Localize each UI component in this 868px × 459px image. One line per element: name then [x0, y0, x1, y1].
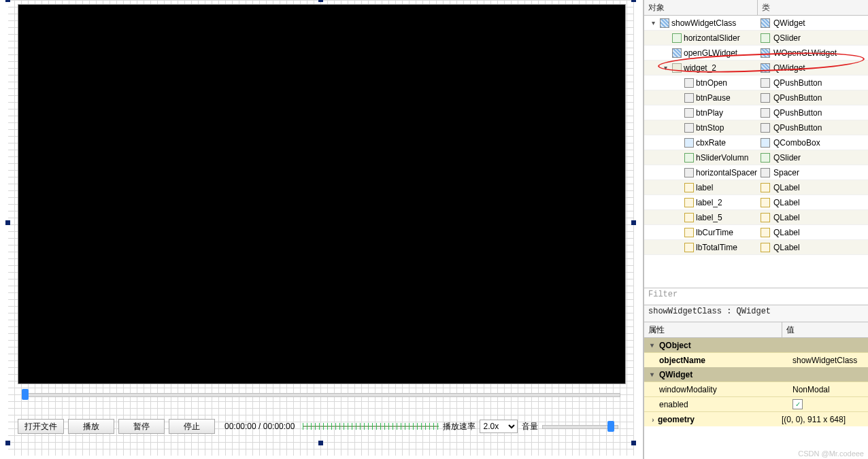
property-value[interactable]: NonModal [792, 385, 830, 394]
tree-row[interactable]: lbTotalTimeQLabel [644, 240, 868, 255]
tree-row[interactable]: btnPauseQPushButton [644, 90, 868, 105]
tree-row[interactable]: openGLWidgetWOpenGLWidget [644, 46, 868, 61]
class-column-header[interactable]: 类 [758, 0, 868, 15]
class-name-label: QLabel [773, 183, 800, 192]
property-filter-input[interactable]: Filter [644, 288, 868, 305]
expand-twist-icon[interactable]: ▾ [647, 371, 656, 378]
property-row[interactable]: enabled✓ [644, 396, 868, 411]
tree-row[interactable]: ▾showWidgetClassQWidget [644, 16, 868, 31]
tree-row[interactable]: horizontalSliderQSlider [644, 31, 868, 46]
property-name: enabled [659, 400, 688, 409]
volume-slider[interactable] [542, 420, 617, 432]
object-name-label: showWidgetClass [671, 18, 736, 28]
widget-icon [684, 153, 694, 163]
class-icon [761, 183, 770, 192]
slider-thumb-icon[interactable] [607, 421, 614, 432]
opengl-widget-preview[interactable] [18, 4, 626, 384]
class-name-label: QWidget [773, 18, 805, 28]
tree-row[interactable]: horizontalSpacerSpacer [644, 165, 868, 180]
property-group-header[interactable]: ▾QObject [644, 338, 868, 352]
total-time-label: 00:00:00 [263, 422, 295, 431]
current-time-label: 00:00:00 [224, 422, 256, 431]
expand-twist-icon[interactable]: ▾ [661, 64, 670, 71]
tree-row[interactable]: label_2QLabel [644, 195, 868, 210]
property-table[interactable]: ▾QObjectobjectNameshowWidgetClass▾QWidge… [644, 338, 868, 459]
property-value[interactable]: [(0, 0), 911 x 648] [782, 415, 846, 424]
class-name-label: QPushButton [773, 108, 822, 118]
slider-thumb-icon[interactable] [22, 389, 29, 400]
property-name: geometry [658, 415, 695, 424]
object-name-label: lbTotalTime [696, 243, 737, 252]
form-designer-canvas-wrapper: 打开文件 播放 暂停 停止 00:00:00 / 00:00:00 播放速率 2… [0, 0, 644, 459]
property-name: windowModality [659, 385, 717, 394]
progress-slider[interactable] [18, 388, 624, 401]
object-tree[interactable]: ▾showWidgetClassQWidgethorizontalSliderQ… [644, 16, 868, 255]
widget-icon [684, 243, 694, 252]
property-column-header[interactable]: 属性 [644, 322, 782, 337]
play-button[interactable]: 播放 [68, 419, 114, 434]
object-name-label: lbCurTime [696, 228, 733, 237]
object-name-label: openGLWidget [684, 48, 737, 58]
widget-icon [684, 108, 694, 118]
tree-row[interactable]: labelQLabel [644, 180, 868, 195]
tree-row[interactable]: label_5QLabel [644, 210, 868, 225]
property-value[interactable]: showWidgetClass [792, 356, 857, 365]
class-name-label: QWidget [773, 63, 805, 73]
rate-combobox[interactable]: 2.0x [480, 420, 518, 433]
checkbox-icon[interactable]: ✓ [792, 399, 803, 409]
widget-icon [684, 213, 694, 222]
tree-row[interactable]: ▾widget_2QWidget [644, 61, 868, 75]
tree-row[interactable]: btnOpenQPushButton [644, 75, 868, 90]
slider-ticks-icon [303, 423, 439, 430]
widget-icon [672, 63, 682, 73]
stop-button[interactable]: 停止 [169, 419, 215, 434]
object-tree-header: 对象 类 [644, 0, 868, 16]
property-row[interactable]: windowModalityNonModal [644, 381, 868, 396]
resize-handle-icon[interactable] [5, 441, 10, 445]
class-icon [761, 78, 770, 88]
selected-object-class: showWidgetClass : QWidget [644, 305, 868, 322]
class-icon [761, 243, 770, 252]
object-name-label: cbxRate [696, 138, 726, 148]
volume-label: 音量 [522, 421, 538, 432]
resize-handle-icon[interactable] [318, 441, 323, 445]
tree-row[interactable]: btnStopQPushButton [644, 120, 868, 135]
widget-icon [672, 33, 682, 43]
property-table-header: 属性 值 [644, 322, 868, 338]
class-icon [761, 168, 770, 177]
tree-row[interactable]: lbCurTimeQLabel [644, 225, 868, 240]
tree-row[interactable]: cbxRateQComboBox [644, 135, 868, 150]
expand-twist-icon[interactable]: › [648, 416, 658, 424]
object-name-label: btnOpen [696, 78, 727, 88]
resize-handle-icon[interactable] [318, 0, 323, 2]
class-icon [761, 63, 770, 73]
tree-row[interactable]: hSliderVolumnQSlider [644, 150, 868, 165]
class-icon [761, 123, 770, 133]
property-row[interactable]: objectNameshowWidgetClass [644, 352, 868, 367]
property-group-header[interactable]: ▾QWidget [644, 367, 868, 381]
time-display: 00:00:00 / 00:00:00 [224, 422, 295, 431]
object-name-label: hSliderVolumn [696, 153, 748, 163]
tree-row[interactable]: btnPlayQPushButton [644, 105, 868, 120]
form-canvas[interactable]: 打开文件 播放 暂停 停止 00:00:00 / 00:00:00 播放速率 2… [8, 0, 634, 456]
resize-handle-icon[interactable] [5, 220, 10, 225]
expand-twist-icon[interactable]: ▾ [648, 19, 658, 27]
resize-handle-icon[interactable] [5, 0, 10, 2]
time-separator: / [258, 422, 261, 431]
property-row[interactable]: ›geometry[(0, 0), 911 x 648] [644, 411, 868, 426]
resize-handle-icon[interactable] [631, 0, 636, 2]
open-file-button[interactable]: 打开文件 [18, 419, 64, 434]
widget-icon [684, 198, 694, 207]
widget-icon [684, 138, 694, 148]
pause-button[interactable]: 暂停 [118, 419, 165, 434]
rate-label: 播放速率 [443, 421, 475, 432]
expand-twist-icon[interactable]: ▾ [647, 341, 656, 349]
object-column-header[interactable]: 对象 [644, 0, 758, 15]
class-icon [761, 138, 770, 148]
value-column-header[interactable]: 值 [782, 322, 868, 337]
resize-handle-icon[interactable] [631, 441, 636, 445]
resize-handle-icon[interactable] [631, 220, 636, 225]
scrub-slider[interactable] [303, 420, 439, 432]
widget-icon [684, 123, 694, 133]
class-name-label: Spacer [773, 168, 799, 177]
